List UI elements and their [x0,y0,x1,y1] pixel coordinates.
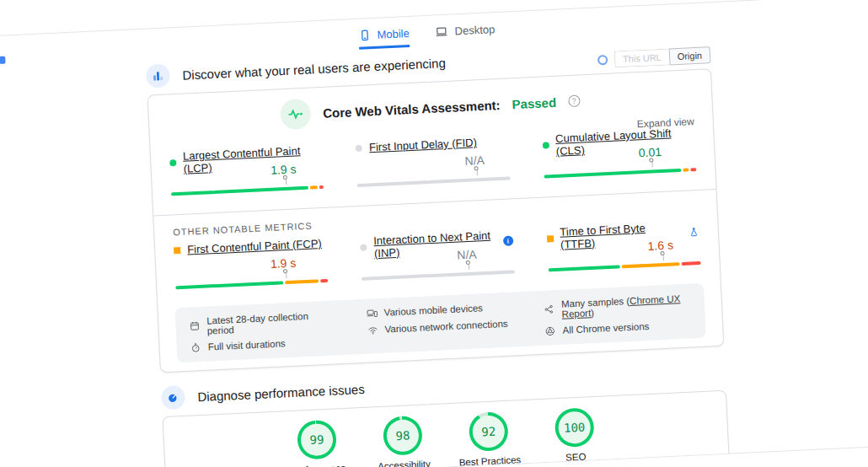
metric-inp: Interaction to Next Paint (INP) i N/A [360,228,515,287]
chrome-icon [544,325,556,337]
score-accessibility[interactable]: 98 Accessibility [366,415,441,467]
cls-p75-marker [650,158,654,162]
clipped-edge-icon [0,56,6,64]
metric-fcp: First Contentful Paint (FCP) 1.9 s [174,237,329,296]
cls-status-dot [542,142,549,148]
inp-distribution-bar [362,270,514,281]
devices-icon [366,308,378,319]
field-data-card: Core Web Vitals Assessment: Passed ? Exp… [147,68,725,373]
cls-ni-segment [683,168,689,171]
samples-icon [544,303,555,315]
cls-distribution-bar [544,168,696,179]
fid-value: N/A [464,153,485,168]
cwv-assessment-result: Passed [512,94,556,110]
inp-link[interactable]: Interaction to Next Paint (INP) [373,228,497,260]
performance-score-value: 99 [300,423,334,457]
tab-desktop[interactable]: Desktop [434,23,496,46]
inp-p75-marker [466,260,470,265]
score-best-practices[interactable]: 92 Best Practices [452,411,527,467]
desktop-laptop-icon [434,25,449,39]
accessibility-score-label: Accessibility [367,459,440,467]
accessibility-score-value: 98 [386,419,420,453]
pagespeed-report-page: Mobile Desktop This URL Origin Discover … [0,0,868,467]
inp-na-segment [362,270,514,281]
performance-score-label: Performance [281,463,354,467]
scope-this-url-button: This URL [613,48,669,67]
fid-distribution-bar [357,176,510,187]
collection-footnotes: Latest 28-day collection period Full vis… [174,283,705,363]
lcp-distribution-bar [171,185,324,196]
performance-gauge-ring: 99 [297,420,337,460]
lcp-ni-segment [310,185,318,189]
content-column: Mobile Desktop This URL Origin Discover … [144,3,732,467]
score-performance[interactable]: 99 Performance [280,419,355,467]
ttfb-ni-segment [621,262,679,268]
stopwatch-icon [190,341,201,353]
fcp-distribution-bar [175,279,328,290]
mobile-phone-icon [358,29,372,42]
metric-cls: Cumulative Layout Shift (CLS) 0.01 [542,126,697,185]
lcp-p75-marker [283,175,287,180]
metric-ttfb: Time to First Byte (TTFB) 1.6 s [546,219,701,278]
fcp-p75-marker [282,269,287,273]
accessibility-gauge-ring: 98 [383,416,423,456]
seo-gauge-ring: 100 [555,407,595,448]
field-heading-text: Discover what your real users are experi… [182,55,446,82]
fcp-link[interactable]: First Contentful Paint (FCP) [187,237,322,256]
fcp-poor-segment [321,279,329,282]
wifi-icon [367,325,378,336]
scope-segmented-control: This URL Origin [613,46,710,67]
calendar-icon [189,320,201,332]
cls-poor-segment [690,168,696,171]
fid-p75-marker [474,166,478,170]
lcp-status-dot [169,159,176,166]
ttfb-status-square [547,235,554,242]
inp-status-dot [360,244,367,251]
scope-origin-button[interactable]: Origin [668,46,710,65]
ttfb-distribution-bar [548,261,700,272]
fid-status-dot [356,144,362,151]
cls-link[interactable]: Cumulative Layout Shift (CLS) [555,126,696,158]
fid-link[interactable]: First Input Delay (FID) [369,136,477,153]
fcp-value: 1.9 s [271,256,297,271]
seo-score-label: SEO [539,450,612,464]
lcp-poor-segment [319,185,324,189]
ttfb-poor-segment [682,261,701,266]
lab-data-icon [161,385,185,410]
lcp-good-segment [171,186,308,196]
lcp-link[interactable]: Largest Contentful Paint (LCP) [183,143,324,175]
ttfb-good-segment [548,265,619,271]
fid-na-segment [357,176,510,187]
cls-value: 0.01 [638,145,662,159]
fcp-ni-segment [285,279,319,284]
fcp-good-segment [175,281,283,289]
best-practices-gauge-ring: 92 [469,411,509,452]
tab-desktop-label: Desktop [454,23,495,37]
field-data-icon [146,63,170,88]
best-practices-score-label: Best Practices [453,454,526,467]
cwv-assessment-label: Core Web Vitals Assessment: [323,97,501,120]
pulse-icon [280,99,312,131]
metric-lcp: Largest Contentful Paint (LCP) 1.9 s [169,143,324,202]
inp-value: N/A [457,247,477,261]
ttfb-p75-marker [660,251,664,255]
cls-good-segment [544,169,681,179]
scope-info-icon[interactable] [597,55,608,66]
tab-mobile[interactable]: Mobile [358,27,410,50]
metric-fid: First Input Delay (FID) N/A [356,135,511,194]
best-practices-score-value: 92 [472,415,506,448]
score-seo[interactable]: 100 SEO [538,406,613,464]
ttfb-experimental-flask-icon[interactable] [689,226,700,238]
core-metrics-row: Largest Contentful Paint (LCP) 1.9 s Fir… [151,125,715,203]
inp-info-icon[interactable]: i [503,235,514,246]
fcp-status-square [174,247,180,254]
tab-mobile-label: Mobile [377,27,410,41]
help-icon[interactable]: ? [568,94,581,107]
lab-heading-text: Diagnose performance issues [197,381,365,403]
ttfb-value: 1.6 s [647,238,673,252]
seo-score-value: 100 [558,411,592,444]
